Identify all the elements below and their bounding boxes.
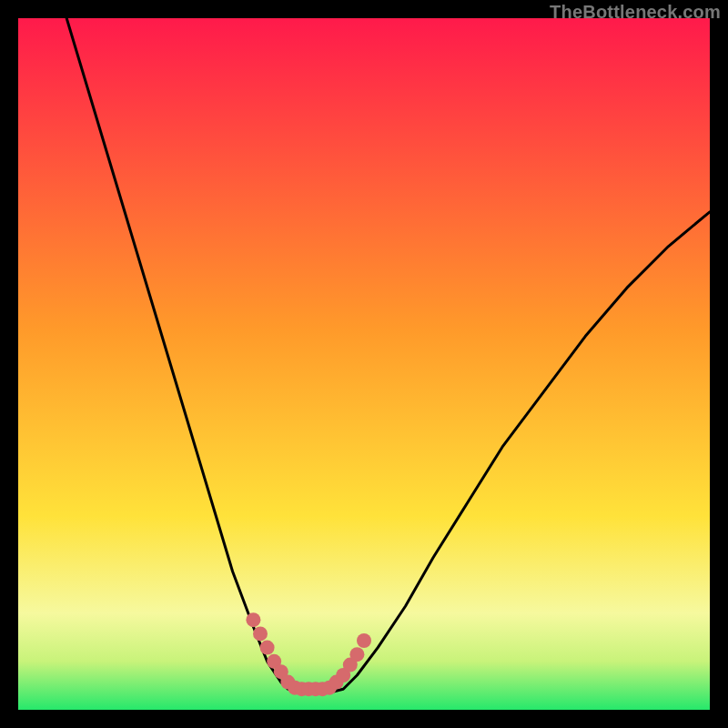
gradient-background [18,18,710,710]
watermark-text: TheBottleneck.com [550,2,721,23]
plot-frame [18,18,710,710]
marker-dot [246,612,260,627]
marker-dot [260,641,275,655]
marker-dot [253,626,268,641]
bottleneck-chart [18,18,710,710]
marker-dot [349,647,364,662]
marker-dot [357,633,371,648]
